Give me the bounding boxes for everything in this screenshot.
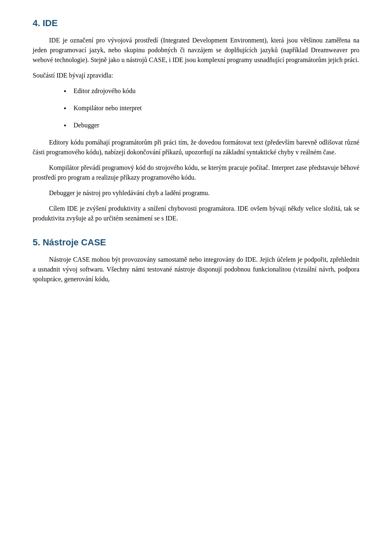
section-5: 5. Nástroje CASE Nástroje CASE mohou být… [33,236,359,284]
bullet-item-editor: Editor zdrojového kódu [65,86,359,96]
section-4-paragraph-1: IDE je označení pro vývojová prostředí (… [33,36,359,65]
bullet-item-compiler: Kompilátor nebo interpret [65,103,359,113]
bullet-item-debugger: Debugger [65,120,359,130]
section-4-paragraph-5: Debugger je nástroj pro vyhledávání chyb… [33,188,359,198]
section-4: 4. IDE IDE je označení pro vývojová pros… [33,16,359,223]
section-4-paragraph-4: Kompilátor převádí programový kód do str… [33,163,359,182]
section-4-paragraph-6: Cílem IDE je zvýšení produktivity a sníž… [33,204,359,223]
section-4-paragraph-3: Editory kódu pomáhají programátorům při … [33,138,359,157]
section-4-bullet-list: Editor zdrojového kódu Kompilátor nebo i… [65,86,359,130]
section-5-heading: 5. Nástroje CASE [33,236,359,249]
section-5-paragraph-1: Nástroje CASE mohou být provozovány samo… [33,255,359,284]
section-4-heading: 4. IDE [33,16,359,30]
section-4-paragraph-2-intro: Součástí IDE bývají zpravidla: [33,71,359,80]
